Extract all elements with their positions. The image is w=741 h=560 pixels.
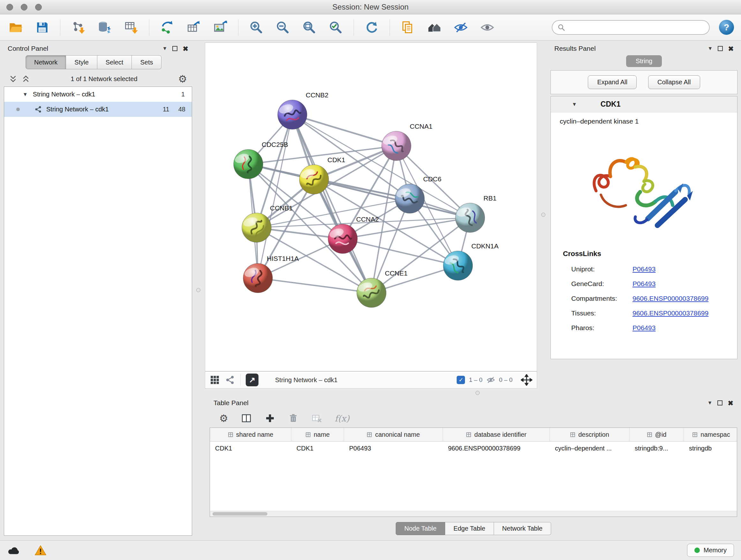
collection-expand-icon[interactable]: ▼ — [23, 92, 28, 97]
delete-column-trash-icon[interactable] — [288, 413, 298, 423]
float-panel-icon[interactable] — [718, 46, 723, 51]
network-node-rb1[interactable] — [455, 203, 485, 233]
splitter-handle[interactable] — [196, 288, 200, 292]
function-builder-fx[interactable]: f(x) — [335, 414, 349, 423]
tab-string[interactable]: String — [626, 55, 662, 67]
gear-icon[interactable]: ⚙ — [178, 74, 187, 84]
fit-content-crosshair-icon[interactable] — [521, 374, 532, 386]
crosslink-link[interactable]: P06493 — [632, 265, 656, 273]
search-input[interactable] — [568, 23, 704, 31]
tab-node-table[interactable]: Node Table — [396, 522, 445, 535]
zoom-in-button[interactable] — [248, 19, 265, 36]
expand-all-button[interactable]: Expand All — [588, 75, 636, 89]
float-panel-icon[interactable] — [718, 400, 723, 406]
table-column-header[interactable]: database identifier — [443, 428, 550, 441]
network-edge[interactable] — [292, 115, 372, 293]
birdseye-view-icon[interactable] — [225, 375, 235, 385]
import-network-database-button[interactable] — [96, 19, 113, 36]
network-edge[interactable] — [343, 239, 458, 266]
search-box[interactable] — [552, 20, 710, 35]
add-column-plus-icon[interactable] — [265, 413, 275, 424]
table-column-header[interactable]: canonical name — [344, 428, 443, 441]
minimize-window-button[interactable] — [21, 4, 27, 10]
save-session-button[interactable] — [33, 19, 51, 36]
tab-network[interactable]: Network — [25, 55, 66, 69]
table-column-header[interactable]: namespac — [684, 428, 737, 441]
open-session-button[interactable] — [7, 19, 24, 36]
panel-menu-icon[interactable]: ▼ — [162, 46, 167, 51]
table-column-header[interactable]: shared name — [210, 428, 291, 441]
documents-button[interactable] — [399, 19, 416, 36]
table-column-header[interactable]: name — [291, 428, 344, 441]
cloud-icon[interactable] — [7, 544, 20, 557]
crosslink-link[interactable]: 9606.ENSP00000378699 — [632, 295, 709, 302]
houses-button[interactable] — [426, 19, 443, 36]
scrollbar-thumb[interactable] — [212, 512, 267, 516]
panel-menu-icon[interactable]: ▼ — [708, 400, 713, 406]
network-node-cdc25b[interactable] — [233, 149, 263, 179]
network-collection-row[interactable]: ▼ String Network – cdk1 1 — [4, 87, 192, 102]
eye-slash-button[interactable] — [452, 19, 469, 36]
table-cell[interactable]: stringdb:9... — [630, 442, 684, 455]
tab-sets[interactable]: Sets — [132, 55, 161, 69]
close-panel-icon[interactable]: ✖ — [183, 45, 188, 52]
table-settings-gear-icon[interactable]: ⚙ — [219, 414, 228, 423]
table-cell[interactable]: cyclin–dependent ... — [550, 442, 630, 455]
gene-section-header[interactable]: ▼ CDK1 — [551, 97, 737, 112]
selected-checkbox-icon[interactable]: ✓ — [457, 376, 465, 384]
network-edge[interactable] — [258, 115, 292, 278]
import-network-file-button[interactable] — [70, 19, 87, 36]
crosslink-link[interactable]: 9606.ENSP00000378699 — [632, 309, 709, 317]
network-graph[interactable]: CCNB2CCNA1CDC25BCDK1CDC6RB1CCNB1CCNA2CDK… — [205, 43, 537, 371]
tab-select[interactable]: Select — [97, 55, 132, 69]
crosslink-link[interactable]: P06493 — [632, 280, 656, 288]
network-row-selected[interactable]: String Network – cdk1 11 48 — [4, 102, 192, 117]
tab-style[interactable]: Style — [66, 55, 97, 69]
network-node-hist1h1a[interactable] — [243, 263, 273, 293]
close-window-button[interactable] — [6, 4, 13, 10]
table-cell[interactable]: P06493 — [344, 442, 443, 455]
show-columns-icon[interactable] — [241, 413, 252, 424]
zoom-fit-button[interactable] — [300, 19, 318, 36]
splitter-handle[interactable] — [541, 212, 545, 217]
expand-all-icon[interactable] — [22, 75, 30, 83]
network-edge[interactable] — [258, 278, 372, 293]
network-node-cdc6[interactable] — [395, 184, 424, 213]
table-cell[interactable]: CDK1 — [210, 442, 291, 455]
apply-layout-button[interactable] — [363, 19, 381, 36]
help-button[interactable]: ? — [719, 20, 734, 35]
crosslink-link[interactable]: P06493 — [632, 324, 656, 332]
close-panel-icon[interactable]: ✖ — [728, 400, 733, 407]
network-node-ccnb2[interactable] — [278, 100, 307, 129]
gene-collapse-icon[interactable]: ▼ — [572, 102, 577, 107]
close-panel-icon[interactable]: ✖ — [728, 45, 734, 52]
table-cell[interactable]: 9606.ENSP00000378699 — [443, 442, 550, 455]
network-node-cdk1[interactable] — [299, 165, 329, 194]
export-image-button[interactable] — [212, 19, 229, 36]
tab-network-table[interactable]: Network Table — [494, 522, 551, 535]
network-node-ccna1[interactable] — [382, 131, 411, 161]
float-panel-icon[interactable] — [172, 46, 178, 51]
horizontal-scrollbar[interactable] — [210, 511, 737, 516]
export-network-button[interactable] — [158, 19, 176, 36]
zoom-selected-button[interactable] — [327, 19, 344, 36]
collapse-all-icon[interactable] — [9, 75, 17, 83]
table-cell[interactable]: CDK1 — [291, 442, 344, 455]
import-table-button[interactable] — [123, 19, 140, 36]
grid-view-icon[interactable] — [210, 375, 220, 385]
zoom-out-button[interactable] — [274, 19, 291, 36]
delete-table-icon[interactable] — [311, 413, 322, 424]
warning-icon[interactable] — [35, 544, 47, 557]
eye-button[interactable] — [479, 19, 496, 36]
splitter-handle[interactable] — [475, 391, 480, 395]
table-column-header[interactable]: description — [550, 428, 630, 441]
network-node-ccna2[interactable] — [328, 224, 357, 253]
network-edge[interactable] — [292, 115, 396, 146]
export-view-button[interactable]: ↗ — [246, 374, 259, 386]
network-node-cdkn1a[interactable] — [443, 251, 473, 280]
export-table-button[interactable] — [185, 19, 202, 36]
table-cell[interactable]: stringdb — [684, 442, 737, 455]
table-column-header[interactable]: @id — [630, 428, 684, 441]
network-node-ccne1[interactable] — [357, 278, 386, 307]
table-row[interactable]: CDK1 CDK1 P06493 9606.ENSP00000378699 cy… — [210, 442, 737, 455]
